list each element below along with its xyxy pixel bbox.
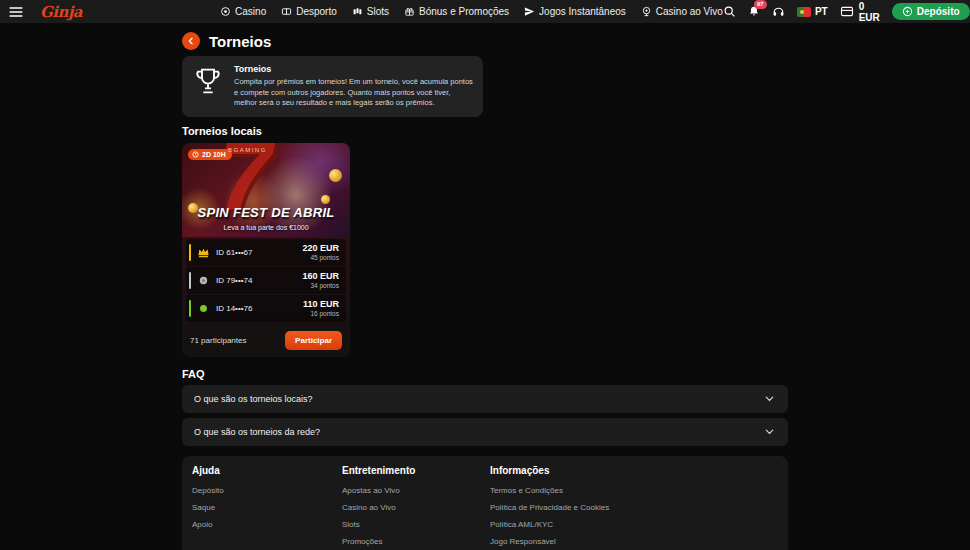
- leaderboard-row-2: ID 79•••74 160 EUR 34 pontos: [186, 267, 346, 294]
- prize-amount: 220 EUR: [302, 243, 339, 254]
- footer-column-ajuda: Ajuda Depósito Saque Apoio: [192, 465, 342, 550]
- nav-item-bonus[interactable]: Bónus e Promoções: [404, 6, 509, 17]
- leaderboard-row-1: ID 61•••67 220 EUR 45 pontos: [186, 239, 346, 266]
- footer-link[interactable]: Política AML/KYC: [490, 520, 778, 529]
- info-title: Torneios: [234, 64, 473, 74]
- topbar-right: 97 PT 0 EUR Depósito: [723, 1, 970, 23]
- crown-icon: [197, 247, 210, 258]
- footer-link[interactable]: Slots: [342, 520, 490, 529]
- page-title: Torneios: [209, 33, 271, 50]
- leaderboard-row-3: ID 14•••76 110 EUR 16 pontos: [186, 295, 346, 322]
- live-casino-icon: [641, 6, 652, 17]
- menu-icon[interactable]: [9, 6, 23, 18]
- tournaments-info-box: Torneios Compita por prêmios em torneios…: [182, 56, 483, 117]
- player-id: ID 79•••74: [216, 276, 252, 285]
- rank2-accent-bar: [189, 272, 191, 289]
- footer-link[interactable]: Casino ao Vivo: [342, 503, 490, 512]
- tournament-banner: 7 2D 10H BGAMING SPIN FEST DE ABRIL Leva…: [182, 143, 350, 237]
- info-text: Torneios Compita por prêmios em torneios…: [234, 64, 473, 109]
- section-title-local-tournaments: Torneios locais: [182, 125, 788, 137]
- footer-link[interactable]: Apostas ao Vivo: [342, 486, 490, 495]
- footer-link[interactable]: Jogo Responsável: [490, 537, 778, 546]
- tournament-card[interactable]: 7 2D 10H BGAMING SPIN FEST DE ABRIL Leva…: [182, 143, 350, 357]
- points: 45 pontos: [302, 254, 339, 261]
- notifications-bell-icon[interactable]: 97: [748, 5, 760, 18]
- main-nav: Casino Desporto Slots Bónus e Promoções …: [220, 6, 723, 17]
- tournament-title: SPIN FEST DE ABRIL: [182, 205, 350, 220]
- join-tournament-button[interactable]: Participar: [285, 331, 342, 350]
- nav-item-casino[interactable]: Casino: [220, 6, 266, 17]
- content-column: Torneios Torneios Compita por prêmios em…: [182, 23, 788, 550]
- paper-plane-icon: [524, 6, 535, 17]
- top-bar: Ginja Casino Desporto Slots Bónus e Prom…: [0, 0, 970, 23]
- nav-item-jogos-instantaneos[interactable]: Jogos Instantâneos: [524, 6, 626, 17]
- leaderboard: ID 61•••67 220 EUR 45 pontos ID 79•••74 …: [182, 237, 350, 324]
- footer-link[interactable]: Promoções: [342, 537, 490, 546]
- prize-amount: 110 EUR: [303, 299, 339, 310]
- tournament-card-footer: 71 participantes Participar: [182, 324, 350, 357]
- participants-count: 71 participantes: [190, 336, 246, 345]
- points: 34 pontos: [302, 282, 339, 289]
- player-id: ID 14•••76: [216, 304, 252, 313]
- deposit-button[interactable]: Depósito: [892, 3, 970, 20]
- wallet-balance[interactable]: 0 EUR: [840, 1, 880, 23]
- footer-column-entretenimento: Entretenimento Apostas ao Vivo Casino ao…: [342, 465, 490, 550]
- rank3-accent-bar: [189, 300, 191, 317]
- notification-badge: 97: [754, 0, 767, 9]
- silver-medal-icon: [197, 275, 210, 286]
- plus-circle-icon: [902, 6, 913, 17]
- site-footer: Ajuda Depósito Saque Apoio Entreteniment…: [182, 456, 788, 550]
- casino-chip-icon: [220, 6, 231, 17]
- ginja-logo[interactable]: Ginja: [40, 3, 82, 21]
- green-dot-icon: [197, 303, 210, 314]
- info-body: Compita por prêmios em torneios! Em um t…: [234, 77, 473, 109]
- language-selector[interactable]: PT: [797, 6, 828, 17]
- page-header: Torneios: [182, 32, 788, 50]
- sports-field-icon: [281, 6, 292, 17]
- search-icon[interactable]: [723, 5, 736, 18]
- footer-link[interactable]: Saque: [192, 503, 342, 512]
- points: 16 pontos: [303, 310, 339, 317]
- slots-icon: [352, 6, 363, 17]
- gift-icon: [404, 6, 415, 17]
- footer-link[interactable]: Depósito: [192, 486, 342, 495]
- tournament-subtitle: Leva a tua parte dos €1000: [182, 224, 350, 231]
- back-button[interactable]: [182, 32, 200, 50]
- nav-item-slots[interactable]: Slots: [352, 6, 389, 17]
- nav-item-desporto[interactable]: Desporto: [281, 6, 337, 17]
- faq-title: FAQ: [182, 368, 788, 380]
- trophy-icon: [192, 64, 224, 98]
- footer-link[interactable]: Termos e Condições: [490, 486, 778, 495]
- rank1-accent-bar: [189, 244, 191, 261]
- timer-badge: 2D 10H: [188, 149, 232, 160]
- portugal-flag-icon: [797, 7, 811, 17]
- support-headset-icon[interactable]: [772, 5, 785, 18]
- provider-logo: BGAMING: [228, 147, 267, 153]
- footer-column-informacoes: Informações Termos e Condições Política …: [490, 465, 778, 550]
- footer-link[interactable]: Política de Privacidade e Cookies: [490, 503, 778, 512]
- coin-graphic: [321, 195, 330, 204]
- faq-item-network-tournaments[interactable]: O que são os torneios da rede?: [182, 418, 788, 446]
- faq-item-local-tournaments[interactable]: O que são os torneios locais?: [182, 385, 788, 413]
- clock-icon: [192, 151, 199, 158]
- prize-amount: 160 EUR: [302, 271, 339, 282]
- chevron-down-icon: [763, 425, 776, 438]
- coin-graphic: [329, 169, 342, 182]
- chevron-down-icon: [763, 392, 776, 405]
- wallet-card-icon: [840, 6, 854, 17]
- player-id: ID 61•••67: [216, 248, 252, 257]
- footer-link[interactable]: Apoio: [192, 520, 342, 529]
- nav-item-casino-ao-vivo[interactable]: Casino ao Vivo: [641, 6, 723, 17]
